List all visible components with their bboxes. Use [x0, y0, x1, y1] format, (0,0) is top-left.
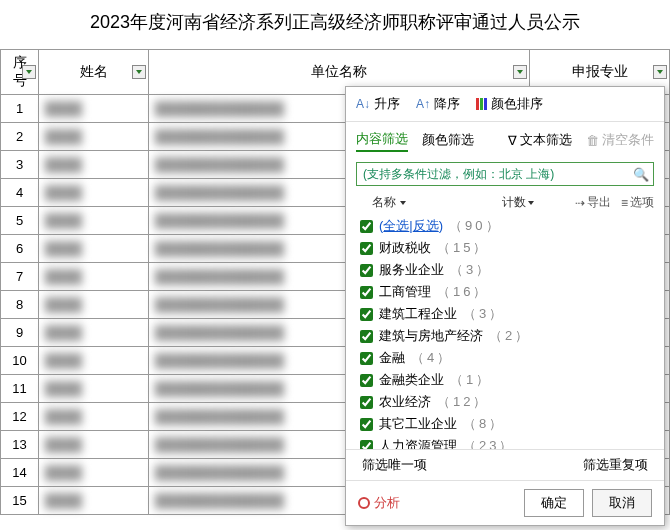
- cell-seq: 2: [1, 123, 39, 151]
- select-all-row[interactable]: (全选|反选) （90）: [360, 215, 654, 237]
- cell-seq: 15: [1, 487, 39, 515]
- export-button[interactable]: ⇢导出: [575, 194, 611, 211]
- filter-checkbox[interactable]: [360, 286, 373, 299]
- cell-seq: 12: [1, 403, 39, 431]
- filter-item-count: （3）: [463, 305, 505, 323]
- filter-item[interactable]: 工商管理 （16）: [360, 281, 654, 303]
- header-seq[interactable]: 序号: [1, 50, 39, 95]
- cell-seq: 5: [1, 207, 39, 235]
- analyze-button[interactable]: 分析: [358, 494, 400, 512]
- cell-seq: 13: [1, 431, 39, 459]
- cell-seq: 14: [1, 459, 39, 487]
- cell-name: ████: [39, 207, 149, 235]
- filter-item-count: （8）: [463, 415, 505, 433]
- filter-checkbox[interactable]: [360, 330, 373, 343]
- cell-name: ████: [39, 459, 149, 487]
- sort-asc-button[interactable]: A↓ 升序: [356, 95, 400, 113]
- cell-name: ████: [39, 95, 149, 123]
- filter-arrow-icon[interactable]: [22, 65, 36, 79]
- cell-name: ████: [39, 403, 149, 431]
- filter-arrow-icon[interactable]: [653, 65, 667, 79]
- filter-item-label: 建筑与房地产经济: [379, 327, 483, 345]
- sort-row: A↓ 升序 A↑ 降序 颜色排序: [346, 87, 664, 122]
- filter-item-count: （2）: [489, 327, 531, 345]
- filter-arrow-icon[interactable]: [132, 65, 146, 79]
- tab-text-filter[interactable]: ∇ 文本筛选: [508, 131, 572, 149]
- filter-item[interactable]: 建筑工程企业 （3）: [360, 303, 654, 325]
- select-all-link[interactable]: 全选: [383, 218, 409, 233]
- filter-item[interactable]: 农业经济 （12）: [360, 391, 654, 413]
- tab-content-filter[interactable]: 内容筛选: [356, 128, 408, 152]
- analyze-icon: [358, 497, 370, 509]
- cell-name: ████: [39, 487, 149, 515]
- search-box: 🔍: [356, 162, 654, 186]
- filter-item-count: （12）: [437, 393, 489, 411]
- filter-repeat-button[interactable]: 筛选重复项: [583, 456, 648, 474]
- filter-panel: A↓ 升序 A↑ 降序 颜色排序 内容筛选 颜色筛选 ∇ 文本筛选 🗑 清空条件: [345, 86, 665, 526]
- invert-select-link[interactable]: 反选: [413, 218, 439, 233]
- cell-name: ████: [39, 375, 149, 403]
- filter-unique-button[interactable]: 筛选唯一项: [362, 456, 427, 474]
- cell-seq: 10: [1, 347, 39, 375]
- cell-name: ████: [39, 263, 149, 291]
- tab-color-filter[interactable]: 颜色筛选: [422, 129, 474, 151]
- cell-seq: 4: [1, 179, 39, 207]
- filter-item-label: 金融: [379, 349, 405, 367]
- cell-name: ████: [39, 179, 149, 207]
- cell-name: ████: [39, 151, 149, 179]
- sort-asc-icon: A↓: [356, 97, 370, 111]
- sort-color-button[interactable]: 颜色排序: [476, 95, 543, 113]
- cancel-button[interactable]: 取消: [592, 489, 652, 517]
- select-all-checkbox[interactable]: [360, 220, 373, 233]
- sort-desc-button[interactable]: A↑ 降序: [416, 95, 460, 113]
- filter-item-label: 建筑工程企业: [379, 305, 457, 323]
- col-name-header[interactable]: 名称: [372, 194, 502, 211]
- cell-seq: 3: [1, 151, 39, 179]
- filter-item-count: （1）: [450, 371, 492, 389]
- filter-item-label: 农业经济: [379, 393, 431, 411]
- cell-seq: 11: [1, 375, 39, 403]
- cell-seq: 6: [1, 235, 39, 263]
- filter-item[interactable]: 其它工业企业 （8）: [360, 413, 654, 435]
- col-count-header[interactable]: 计数: [502, 194, 575, 211]
- filter-checkbox[interactable]: [360, 440, 373, 450]
- cell-seq: 8: [1, 291, 39, 319]
- search-icon[interactable]: 🔍: [633, 167, 649, 182]
- cell-name: ████: [39, 123, 149, 151]
- color-sort-icon: [476, 98, 487, 110]
- filter-list: (全选|反选) （90） 财政税收 （15） 服务业企业 （3） 工商管理 （1…: [346, 213, 664, 449]
- page-title: 2023年度河南省经济系列正高级经济师职称评审通过人员公示: [0, 0, 670, 49]
- filter-item[interactable]: 财政税收 （15）: [360, 237, 654, 259]
- filter-checkbox[interactable]: [360, 418, 373, 431]
- menu-icon: ≡: [621, 196, 628, 210]
- filter-arrow-icon[interactable]: [513, 65, 527, 79]
- filter-tabs: 内容筛选 颜色筛选 ∇ 文本筛选 🗑 清空条件: [346, 122, 664, 158]
- filter-checkbox[interactable]: [360, 242, 373, 255]
- filter-checkbox[interactable]: [360, 396, 373, 409]
- export-icon: ⇢: [575, 196, 585, 210]
- filter-item[interactable]: 建筑与房地产经济 （2）: [360, 325, 654, 347]
- cell-name: ████: [39, 431, 149, 459]
- filter-item-label: 财政税收: [379, 239, 431, 257]
- filter-item-count: （15）: [437, 239, 489, 257]
- search-input[interactable]: [356, 162, 654, 186]
- cell-seq: 7: [1, 263, 39, 291]
- cell-seq: 1: [1, 95, 39, 123]
- filter-item[interactable]: 金融 （4）: [360, 347, 654, 369]
- options-button[interactable]: ≡选项: [621, 194, 654, 211]
- funnel-icon: ∇: [508, 133, 517, 148]
- header-name[interactable]: 姓名: [39, 50, 149, 95]
- cell-name: ████: [39, 235, 149, 263]
- filter-item-label: 服务业企业: [379, 261, 444, 279]
- filter-checkbox[interactable]: [360, 308, 373, 321]
- clear-conditions[interactable]: 🗑 清空条件: [586, 131, 654, 149]
- filter-checkbox[interactable]: [360, 374, 373, 387]
- filter-item[interactable]: 人力资源管理 （23）: [360, 435, 654, 449]
- filter-item-label: 人力资源管理: [379, 437, 457, 449]
- ok-button[interactable]: 确定: [524, 489, 584, 517]
- filter-checkbox[interactable]: [360, 352, 373, 365]
- filter-item[interactable]: 服务业企业 （3）: [360, 259, 654, 281]
- filter-checkbox[interactable]: [360, 264, 373, 277]
- cell-name: ████: [39, 319, 149, 347]
- filter-item[interactable]: 金融类企业 （1）: [360, 369, 654, 391]
